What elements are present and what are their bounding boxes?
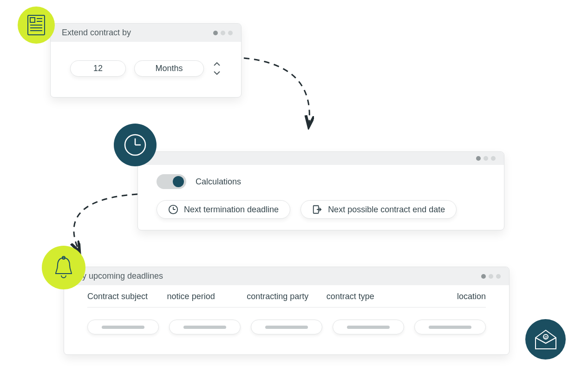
window-dots: [481, 274, 501, 279]
stepper-down-button[interactable]: [212, 69, 222, 76]
unit-stepper: [212, 60, 222, 76]
card-header: Extend contract by: [51, 24, 241, 42]
col-subject: Contract subject: [87, 292, 167, 301]
col-notice: notice period: [167, 292, 247, 301]
placeholder-cell: [333, 320, 404, 334]
col-type: contract type: [327, 292, 406, 301]
bell-icon: [42, 246, 85, 289]
extend-contract-card: Extend contract by 12 Months: [50, 23, 242, 98]
table-header: Contract subject notice period contracti…: [87, 292, 486, 307]
next-termination-label: Next termination deadline: [184, 205, 279, 215]
extend-value-input[interactable]: 12: [70, 60, 126, 77]
next-end-date-chip[interactable]: Next possible contract end date: [301, 200, 457, 219]
stepper-up-button[interactable]: [212, 60, 222, 68]
svg-rect-1: [30, 18, 35, 22]
calculations-toggle-label: Calculations: [196, 177, 241, 187]
placeholder-cell: [251, 320, 322, 334]
deadlines-title: My upcoming deadlines: [75, 271, 163, 281]
calculations-card: Calculations Next termination deadline N…: [137, 151, 504, 230]
calculations-toggle[interactable]: [157, 174, 186, 189]
extend-title: Extend contract by: [62, 28, 131, 38]
deadlines-card: My upcoming deadlines Contract subject n…: [64, 267, 510, 355]
exit-icon: [312, 204, 322, 215]
col-party: contracting party: [247, 292, 327, 301]
card-header: My upcoming deadlines: [64, 267, 509, 285]
placeholder-cell: [87, 320, 159, 334]
document-icon: [18, 7, 55, 44]
col-location: location: [406, 292, 486, 301]
placeholder-cell: [414, 320, 486, 334]
window-dots: [476, 156, 496, 161]
clock-icon: [114, 124, 157, 166]
extend-unit-input[interactable]: Months: [134, 60, 204, 77]
mail-icon: @: [525, 319, 566, 360]
table-row: [87, 320, 486, 334]
placeholder-cell: [169, 320, 241, 334]
clock-small-icon: [168, 204, 178, 215]
next-termination-chip[interactable]: Next termination deadline: [157, 200, 290, 219]
next-end-date-label: Next possible contract end date: [328, 205, 445, 215]
svg-text:@: @: [544, 335, 547, 339]
window-dots: [213, 31, 233, 35]
card-header: [138, 152, 504, 165]
